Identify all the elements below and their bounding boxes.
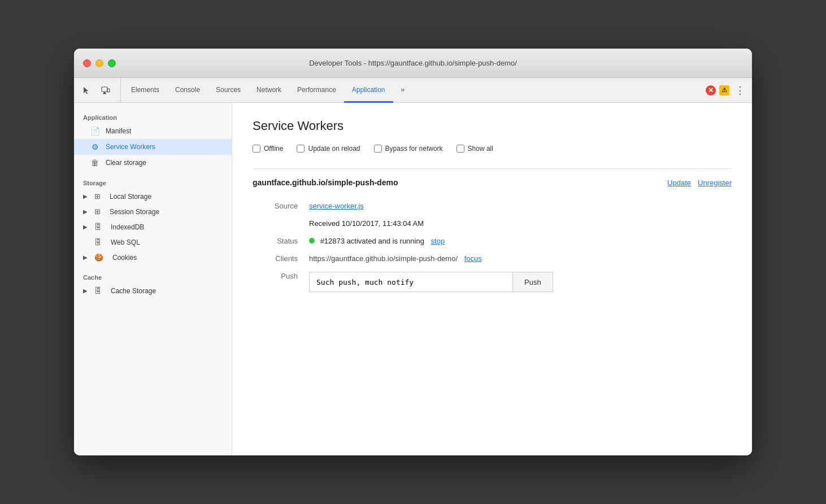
sw-entry: gauntface.github.io/simple-push-demo Upd… <box>253 178 732 297</box>
status-label: Status <box>253 232 309 250</box>
source-link[interactable]: service-worker.js <box>309 202 364 210</box>
sidebar-item-web-sql-label: Web SQL <box>111 238 140 246</box>
checkbox-bypass-for-network[interactable]: Bypass for network <box>374 145 443 153</box>
manifest-icon: 📄 <box>90 127 100 136</box>
status-text: #12873 activated and is running <box>320 237 424 245</box>
kebab-menu[interactable]: ⋮ <box>733 84 747 97</box>
sidebar-item-local-storage[interactable]: ▶ ⊞ Local Storage <box>74 189 232 204</box>
update-on-reload-label: Update on reload <box>308 145 360 153</box>
status-dot <box>309 238 315 244</box>
bypass-for-network-checkbox[interactable] <box>374 145 382 153</box>
clear-storage-icon: 🗑 <box>90 158 100 167</box>
sidebar-item-indexeddb-label: IndexedDB <box>111 223 144 231</box>
svg-rect-3 <box>103 93 106 94</box>
device-icon[interactable] <box>98 82 114 98</box>
offline-label: Offline <box>264 145 283 153</box>
service-workers-icon: ⚙ <box>90 142 100 151</box>
offline-checkbox[interactable] <box>253 145 260 153</box>
panel-title: Service Workers <box>253 119 732 133</box>
title-bar: Developer Tools - https://gauntface.gith… <box>74 49 752 78</box>
storage-section-label: Storage <box>74 175 232 189</box>
sidebar-item-session-storage[interactable]: ▶ ⊞ Session Storage <box>74 204 232 219</box>
sw-info-grid: Source service-worker.js Received 10/10/… <box>253 197 732 297</box>
bypass-for-network-label: Bypass for network <box>385 145 443 153</box>
session-storage-grid-icon: ⊞ <box>94 207 101 216</box>
clients-url: https://gauntface.github.io/simple-push-… <box>309 254 458 263</box>
sidebar-item-local-storage-label: Local Storage <box>110 193 151 201</box>
update-link[interactable]: Update <box>667 179 691 187</box>
sidebar-item-cache-storage[interactable]: ▶ 🗄 Cache Storage <box>74 283 232 298</box>
cursor-icon[interactable] <box>79 82 94 98</box>
focus-link[interactable]: focus <box>464 254 482 263</box>
source-label: Source <box>253 197 309 215</box>
push-button[interactable]: Push <box>512 272 553 292</box>
push-input[interactable] <box>309 272 512 292</box>
clients-label: Clients <box>253 250 309 267</box>
toolbar-right: ✕ ⚠ ⋮ <box>706 78 747 102</box>
local-storage-grid-icon: ⊞ <box>94 192 101 201</box>
main-panel: Service Workers Offline Update on reload… <box>232 103 752 455</box>
devtools-window: Developer Tools - https://gauntface.gith… <box>74 49 752 455</box>
sidebar-item-session-storage-label: Session Storage <box>110 208 159 216</box>
sidebar-item-indexeddb[interactable]: ▶ 🗄 IndexedDB <box>74 219 232 234</box>
sidebar-item-clear-storage-label: Clear storage <box>106 159 146 167</box>
sw-domain-row: gauntface.github.io/simple-push-demo Upd… <box>253 178 732 187</box>
sidebar-item-cookies-label: Cookies <box>112 254 137 262</box>
stop-link[interactable]: stop <box>431 237 445 245</box>
maximize-button[interactable] <box>108 59 116 67</box>
sidebar-item-web-sql[interactable]: ▶ 🗄 Web SQL <box>74 234 232 250</box>
cache-storage-icon: 🗄 <box>94 286 102 295</box>
source-value: service-worker.js <box>309 197 732 215</box>
sidebar-item-service-workers[interactable]: ⚙ Service Workers <box>74 139 232 155</box>
push-label: Push <box>253 267 309 285</box>
window-title: Developer Tools - https://gauntface.gith… <box>83 59 743 67</box>
tab-network[interactable]: Network <box>249 79 289 103</box>
sidebar-item-service-workers-label: Service Workers <box>106 143 155 151</box>
tab-more[interactable]: » <box>393 79 413 103</box>
traffic-lights <box>83 59 116 67</box>
svg-rect-1 <box>107 89 110 92</box>
checkboxes-row: Offline Update on reload Bypass for netw… <box>253 145 732 153</box>
tab-console[interactable]: Console <box>167 79 208 103</box>
tab-performance[interactable]: Performance <box>289 79 344 103</box>
tab-elements[interactable]: Elements <box>123 79 167 103</box>
push-value: Push <box>309 267 732 297</box>
tab-sources[interactable]: Sources <box>208 79 249 103</box>
warning-icon[interactable]: ⚠ <box>719 85 729 95</box>
unregister-link[interactable]: Unregister <box>698 179 732 187</box>
received-value: Received 10/10/2017, 11:43:04 AM <box>309 215 732 232</box>
clients-value: https://gauntface.github.io/simple-push-… <box>309 250 732 267</box>
main-content: Application 📄 Manifest ⚙ Service Workers… <box>74 103 752 455</box>
minimize-button[interactable] <box>95 59 103 67</box>
divider <box>253 168 732 169</box>
web-sql-icon: 🗄 <box>94 238 102 246</box>
toolbar-icons <box>79 78 121 102</box>
sidebar-item-manifest[interactable]: 📄 Manifest <box>74 123 232 139</box>
close-button[interactable] <box>83 59 91 67</box>
checkbox-offline[interactable]: Offline <box>253 145 283 153</box>
sidebar: Application 📄 Manifest ⚙ Service Workers… <box>74 103 232 455</box>
svg-rect-0 <box>102 87 107 92</box>
checkbox-update-on-reload[interactable]: Update on reload <box>297 145 360 153</box>
show-all-checkbox[interactable] <box>457 145 464 153</box>
sidebar-item-cache-storage-label: Cache Storage <box>111 287 156 295</box>
session-storage-arrow: ▶ <box>83 208 89 215</box>
show-all-label: Show all <box>468 145 493 153</box>
sidebar-item-clear-storage[interactable]: 🗑 Clear storage <box>74 155 232 171</box>
cookies-icon: 🍪 <box>94 253 103 262</box>
cookies-arrow: ▶ <box>83 254 89 260</box>
sidebar-item-cookies[interactable]: ▶ 🍪 Cookies <box>74 250 232 265</box>
update-on-reload-checkbox[interactable] <box>297 145 305 153</box>
toolbar-tabs: Elements Console Sources Network Perform… <box>123 78 412 102</box>
error-icon[interactable]: ✕ <box>706 85 716 95</box>
status-value: #12873 activated and is running stop <box>309 232 732 250</box>
cache-section-label: Cache <box>74 270 232 283</box>
sw-domain: gauntface.github.io/simple-push-demo <box>253 178 398 187</box>
received-label <box>253 215 309 224</box>
tab-application[interactable]: Application <box>344 79 393 103</box>
application-section-label: Application <box>74 110 232 123</box>
local-storage-arrow: ▶ <box>83 193 89 199</box>
indexeddb-icon: 🗄 <box>94 223 102 231</box>
sidebar-item-manifest-label: Manifest <box>106 127 131 135</box>
checkbox-show-all[interactable]: Show all <box>457 145 493 153</box>
